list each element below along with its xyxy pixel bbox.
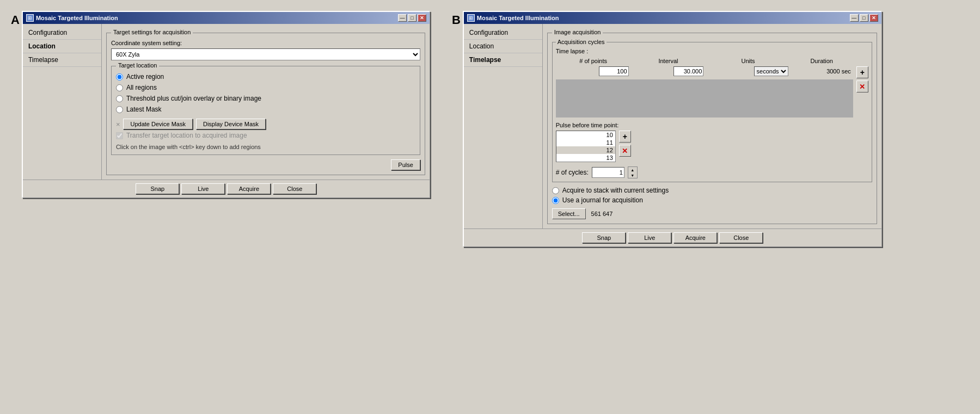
pulse-list[interactable]: 10 11 12 13: [556, 131, 616, 162]
pulse-add-button[interactable]: +: [619, 131, 631, 143]
cycles-input[interactable]: [592, 167, 624, 178]
radio-latest-mask[interactable]: Latest Mask: [116, 106, 415, 113]
label-a: A: [11, 13, 20, 27]
minimize-button-a[interactable]: —: [398, 14, 407, 22]
radio-stack-label: Acquire to stack with current settings: [562, 187, 669, 194]
x-icon-a: ×: [116, 120, 120, 128]
minimize-button-b[interactable]: —: [850, 14, 859, 22]
timelapse-gray-area: [556, 79, 853, 118]
pulse-list-item-11[interactable]: 11: [556, 139, 615, 146]
titlebar-title-b: Mosaic Targeted Illumination: [477, 15, 559, 21]
radio-threshold-label: Threshold plus cut/join overlay or binar…: [126, 95, 261, 102]
titlebar-buttons-a: — □ ✕: [398, 14, 426, 22]
transfer-label: Transfer target location to acquired ima…: [126, 132, 247, 139]
sidebar-item-configuration-a[interactable]: Configuration: [23, 26, 101, 40]
mask-button-row: × Update Device Mask Display Device Mask: [116, 119, 415, 129]
target-location-group: Target location Active region All region…: [111, 66, 420, 155]
select-row: Select... 561 647: [552, 208, 872, 219]
label-b: B: [452, 13, 461, 27]
acquire-button-b[interactable]: Acquire: [673, 232, 717, 243]
cycles-up-button[interactable]: ▲: [628, 167, 637, 172]
coordinate-row: Coordinate system setting:: [111, 40, 420, 46]
cycles-row: # of cycles: ▲ ▼: [556, 166, 868, 178]
titlebar-b: ⊞ Mosaic Targeted Illumination — □ ✕: [464, 12, 881, 24]
radio-stack-row[interactable]: Acquire to stack with current settings: [552, 187, 872, 194]
col-header-points: # of points: [556, 57, 631, 65]
points-input[interactable]: [599, 66, 629, 76]
cycles-down-button[interactable]: ▼: [628, 172, 637, 178]
journal-value: 561 647: [589, 209, 615, 218]
pulse-list-item-10[interactable]: 10: [556, 131, 615, 139]
close-button-a[interactable]: Close: [273, 183, 316, 194]
transfer-checkbox: [116, 132, 123, 139]
image-acquisition-group: Image acquisition Acquisition cycles Tim…: [547, 33, 877, 224]
live-button-a[interactable]: Live: [181, 183, 225, 194]
radio-latest-mask-label: Latest Mask: [126, 106, 162, 113]
time-lapse-label: Time lapse :: [556, 48, 868, 54]
interval-input[interactable]: [673, 66, 703, 76]
snap-button-a[interactable]: Snap: [136, 183, 179, 194]
acquisition-cycles-title: Acquisition cycles: [556, 39, 607, 45]
main-content-b: Image acquisition Acquisition cycles Tim…: [543, 24, 881, 228]
timelapse-remove-button[interactable]: ✕: [856, 81, 868, 92]
window-b: ⊞ Mosaic Targeted Illumination — □ ✕ Con…: [463, 11, 882, 247]
radio-active-region[interactable]: Active region: [116, 73, 415, 81]
titlebar-icon-a: ⊞: [26, 14, 34, 22]
col-header-interval: Interval: [631, 57, 706, 65]
window-body-b: Configuration Location Timelapse Image a…: [464, 24, 881, 228]
acquire-button-a[interactable]: Acquire: [227, 183, 271, 194]
titlebar-buttons-b: — □ ✕: [850, 14, 878, 22]
radio-journal-row[interactable]: Use a journal for acquisition: [552, 196, 872, 204]
target-settings-title: Target settings for acquisition: [111, 29, 193, 35]
radio-threshold[interactable]: Threshold plus cut/join overlay or binar…: [116, 95, 415, 102]
sidebar-item-timelapse-a[interactable]: Timelapse: [23, 53, 101, 67]
pulse-button-a[interactable]: Pulse: [391, 159, 420, 170]
sidebar-item-timelapse-b[interactable]: Timelapse: [464, 53, 542, 67]
table-row: seconds minutes hours 3000 sec: [556, 65, 853, 77]
close-button-b[interactable]: Close: [719, 232, 763, 243]
acquire-settings: Acquire to stack with current settings U…: [552, 187, 872, 204]
maximize-button-a[interactable]: □: [408, 14, 416, 22]
pulse-list-item-12[interactable]: 12: [556, 146, 615, 154]
radio-all-regions[interactable]: All regions: [116, 84, 415, 91]
sidebar-item-location-a[interactable]: Location: [23, 40, 101, 53]
titlebar-title-a: Mosaic Targeted Illumination: [36, 15, 118, 21]
sidebar-item-location-b[interactable]: Location: [464, 40, 542, 53]
update-device-mask-button[interactable]: Update Device Mask: [123, 119, 193, 129]
duration-value: 3000 sec: [791, 65, 853, 77]
timelapse-add-button[interactable]: +: [856, 66, 868, 78]
pulse-before-label: Pulse before time point:: [556, 122, 868, 128]
transfer-checkbox-row: Transfer target location to acquired ima…: [116, 132, 415, 139]
cycles-label: # of cycles:: [556, 169, 589, 176]
units-select[interactable]: seconds minutes hours: [754, 66, 788, 76]
sidebar-b: Configuration Location Timelapse: [464, 24, 543, 228]
pulse-list-item-13[interactable]: 13: [556, 154, 615, 162]
cycles-spinner: ▲ ▼: [628, 166, 638, 178]
select-button-b[interactable]: Select...: [552, 208, 586, 219]
maximize-button-b[interactable]: □: [860, 14, 868, 22]
close-icon-a[interactable]: ✕: [418, 14, 426, 22]
radio-group-a: Active region All regions Threshold plus…: [116, 71, 415, 115]
radio-all-regions-label: All regions: [126, 84, 157, 91]
bottom-bar-b: Snap Live Acquire Close: [464, 228, 881, 246]
sidebar-item-configuration-b[interactable]: Configuration: [464, 26, 542, 40]
pulse-remove-button[interactable]: ✕: [619, 145, 631, 157]
image-acquisition-title: Image acquisition: [552, 29, 603, 35]
close-icon-b[interactable]: ✕: [869, 14, 878, 22]
info-text-a: Click on the image with <ctrl> key down …: [116, 144, 415, 150]
coordinate-select[interactable]: 60X Zyla: [111, 48, 420, 60]
col-header-duration: Duration: [791, 57, 853, 65]
coordinate-label: Coordinate system setting:: [111, 40, 182, 46]
titlebar-a: ⊞ Mosaic Targeted Illumination — □ ✕: [23, 12, 430, 24]
bottom-bar-a: Snap Live Acquire Close: [23, 180, 430, 197]
snap-button-b[interactable]: Snap: [582, 232, 626, 243]
live-button-b[interactable]: Live: [628, 232, 671, 243]
target-settings-group: Target settings for acquisition Coordina…: [106, 33, 425, 175]
acquisition-cycles-group: Acquisition cycles Time lapse : # of poi…: [552, 42, 872, 182]
main-content-a: Target settings for acquisition Coordina…: [102, 24, 430, 180]
titlebar-icon-b: ⊞: [467, 14, 475, 22]
timelapse-table: # of points Interval Units Duration: [556, 57, 853, 77]
display-device-mask-button[interactable]: Display Device Mask: [196, 119, 266, 129]
col-header-units: Units: [706, 57, 790, 65]
window-a: ⊞ Mosaic Targeted Illumination — □ ✕ Con…: [22, 11, 430, 198]
